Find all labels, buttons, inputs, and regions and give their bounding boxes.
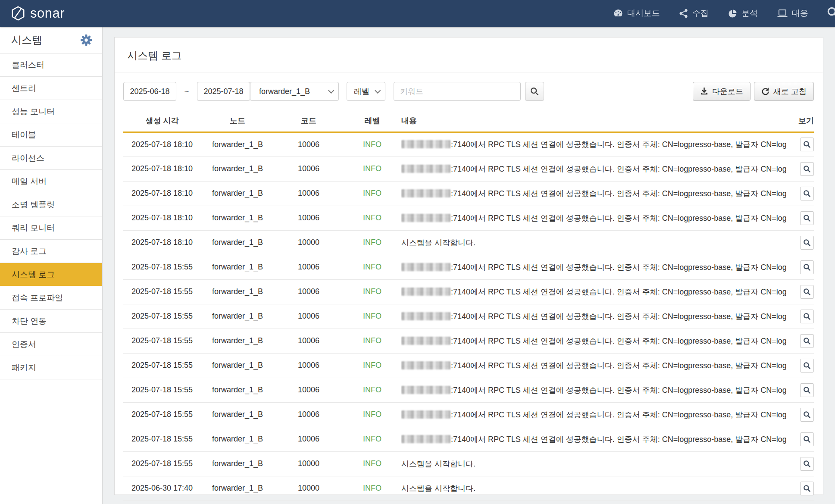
view-log-button[interactable]	[800, 482, 814, 495]
sidebar-item-13[interactable]: 패키지	[0, 356, 102, 379]
view-log-button[interactable]	[800, 236, 814, 250]
chevron-down-icon	[375, 88, 381, 94]
log-message: :7140에서 RPC TLS 세션 연결에 성공했습니다. 인증서 주체: C…	[451, 189, 786, 198]
cell-view	[786, 230, 814, 255]
keyword-input[interactable]	[394, 82, 521, 101]
cell-view	[786, 304, 814, 329]
view-log-button[interactable]	[800, 457, 814, 471]
sonar-logo-icon	[10, 6, 26, 21]
cell-time: 2025-07-18 15:55	[123, 451, 201, 476]
top-navbar: sonar 대시보드수집분석대응	[0, 0, 835, 27]
cell-message: :7140에서 RPC TLS 세션 연결에 성공했습니다. 인증서 주체: C…	[401, 132, 786, 157]
redacted-ip	[401, 288, 450, 296]
col-header-code[interactable]: 코드	[274, 110, 343, 132]
sidebar-item-2[interactable]: 성능 모니터	[0, 100, 102, 123]
cell-time: 2025-07-18 15:55	[123, 329, 201, 353]
cell-time: 2025-07-18 18:10	[123, 230, 201, 255]
col-header-message[interactable]: 내용	[401, 110, 786, 132]
view-log-button[interactable]	[800, 211, 814, 225]
col-header-time[interactable]: 생성 시각	[123, 110, 201, 132]
nav-item-label: 대응	[792, 8, 808, 19]
refresh-button[interactable]: 새로 고침	[754, 82, 814, 101]
redacted-ip	[401, 386, 450, 394]
log-message: :7140에서 RPC TLS 세션 연결에 성공했습니다. 인증서 주체: C…	[451, 386, 786, 394]
node-select[interactable]: forwarder_1_B	[250, 82, 339, 101]
view-log-button[interactable]	[800, 432, 814, 446]
log-message: :7140에서 RPC TLS 세션 연결에 성공했습니다. 인증서 주체: C…	[451, 214, 786, 222]
table-row: 2025-07-18 18:10forwarder_1_B10006INFO:7…	[123, 132, 814, 157]
level-select[interactable]: 레벨	[347, 82, 385, 101]
cell-message: :7140에서 RPC TLS 세션 연결에 성공했습니다. 인증서 주체: C…	[401, 353, 786, 378]
nav-item-2[interactable]: 분석	[728, 8, 758, 19]
search-button[interactable]	[525, 82, 544, 101]
nav-item-1[interactable]: 수집	[679, 8, 709, 19]
sidebar-item-7[interactable]: 쿼리 모니터	[0, 216, 102, 240]
cell-time: 2025-07-18 18:10	[123, 132, 201, 157]
view-log-button[interactable]	[800, 359, 814, 373]
log-message: 시스템을 시작합니다.	[401, 460, 475, 468]
log-message: :7140에서 RPC TLS 세션 연결에 성공했습니다. 인증서 주체: C…	[451, 140, 786, 149]
brand-logo[interactable]: sonar	[10, 6, 65, 21]
view-log-button[interactable]	[800, 408, 814, 422]
view-log-button[interactable]	[800, 383, 814, 397]
col-header-level[interactable]: 레벨	[343, 110, 401, 132]
gear-icon[interactable]	[81, 34, 92, 46]
download-label: 다운로드	[712, 86, 743, 97]
sidebar-item-0[interactable]: 클러스터	[0, 53, 102, 77]
sidebar-item-4[interactable]: 라이선스	[0, 147, 102, 170]
navbar-search-icon[interactable]	[826, 6, 835, 21]
cell-time: 2025-07-18 15:55	[123, 353, 201, 378]
table-row: 2025-07-18 18:10forwarder_1_B10006INFO:7…	[123, 157, 814, 181]
cell-message: :7140에서 RPC TLS 세션 연결에 성공했습니다. 인증서 주체: C…	[401, 329, 786, 353]
view-log-button[interactable]	[800, 162, 814, 176]
table-row: 2025-07-18 18:10forwarder_1_B10000INFO시스…	[123, 230, 814, 255]
cell-level: INFO	[343, 476, 401, 501]
sidebar-item-8[interactable]: 감사 로그	[0, 240, 102, 263]
sidebar-item-11[interactable]: 차단 연동	[0, 310, 102, 333]
cell-code: 10006	[274, 157, 343, 181]
sidebar-item-9-selected[interactable]: 시스템 로그	[0, 263, 102, 286]
download-button[interactable]: 다운로드	[693, 82, 751, 101]
date-from-input[interactable]	[123, 82, 176, 101]
refresh-label: 새로 고침	[773, 86, 807, 97]
cell-level: INFO	[343, 353, 401, 378]
cell-level: INFO	[343, 451, 401, 476]
view-log-button[interactable]	[800, 285, 814, 299]
cell-node: forwarder_1_B	[201, 255, 274, 279]
toolbar-actions: 다운로드 새로 고침	[693, 82, 814, 101]
view-log-button[interactable]	[800, 260, 814, 274]
view-log-button[interactable]	[800, 138, 814, 151]
page-title: 시스템 로그	[115, 38, 823, 72]
view-log-button[interactable]	[800, 334, 814, 348]
cell-level: INFO	[343, 427, 401, 451]
cell-node: forwarder_1_B	[201, 206, 274, 230]
cell-level: INFO	[343, 157, 401, 181]
col-header-node[interactable]: 노드	[201, 110, 274, 132]
cell-view	[786, 476, 814, 501]
sidebar-item-3[interactable]: 테이블	[0, 123, 102, 147]
cell-view	[786, 427, 814, 451]
cell-view	[786, 378, 814, 402]
sidebar-item-5[interactable]: 메일 서버	[0, 170, 102, 193]
cell-code: 10006	[274, 279, 343, 304]
log-message: :7140에서 RPC TLS 세션 연결에 성공했습니다. 인증서 주체: C…	[451, 410, 786, 419]
level-badge: INFO	[363, 140, 382, 149]
nav-item-3[interactable]: 대응	[777, 8, 808, 19]
log-message: :7140에서 RPC TLS 세션 연결에 성공했습니다. 인증서 주체: C…	[451, 435, 786, 444]
cell-view	[786, 255, 814, 279]
nav-item-0[interactable]: 대시보드	[613, 8, 660, 19]
sidebar-item-12[interactable]: 인증서	[0, 333, 102, 356]
cell-time: 2025-07-18 18:10	[123, 206, 201, 230]
sidebar-item-1[interactable]: 센트리	[0, 77, 102, 100]
redacted-ip	[401, 189, 450, 197]
cell-time: 2025-06-30 17:40	[123, 476, 201, 501]
date-to-input[interactable]	[197, 82, 250, 101]
filter-toolbar: ~ forwarder_1_B 레벨	[115, 72, 823, 108]
table-row: 2025-06-30 17:40forwarder_1_B10000INFO시스…	[123, 476, 814, 501]
view-log-button[interactable]	[800, 187, 814, 200]
sidebar-item-6[interactable]: 소명 템플릿	[0, 193, 102, 216]
view-log-button[interactable]	[800, 310, 814, 323]
log-message: :7140에서 RPC TLS 세션 연결에 성공했습니다. 인증서 주체: C…	[451, 361, 786, 370]
cell-node: forwarder_1_B	[201, 230, 274, 255]
sidebar-item-10[interactable]: 접속 프로파일	[0, 286, 102, 310]
